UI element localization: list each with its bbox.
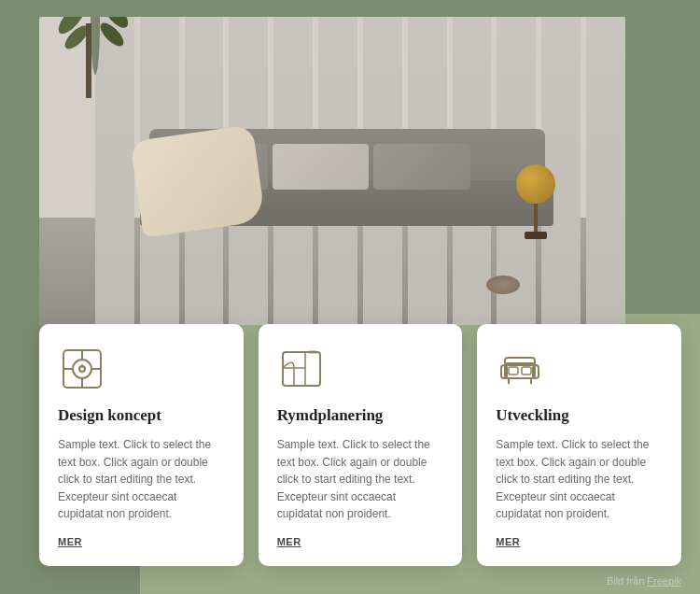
plant-trunk <box>86 23 91 98</box>
card-link[interactable]: MER <box>277 536 444 547</box>
plant-decoration <box>86 23 91 98</box>
card-link[interactable]: MER <box>58 536 225 547</box>
orb-globe <box>516 164 555 204</box>
attribution-text: Bild från <box>607 575 647 587</box>
sofa-cushion <box>273 144 370 190</box>
pouf-body <box>486 276 520 294</box>
design-compass-icon <box>58 345 106 393</box>
svg-point-0 <box>91 17 100 75</box>
card-body-text: Sample text. Click to select the text bo… <box>277 436 444 523</box>
card-title: Utveckling <box>496 406 663 425</box>
card-title: Design koncept <box>58 406 225 425</box>
floor-plan-icon <box>277 345 326 393</box>
attribution: Bild från Freepik <box>607 575 681 587</box>
svg-point-8 <box>73 360 91 378</box>
card-development: Utveckling Sample text. Click to select … <box>477 324 681 566</box>
orb-base <box>525 232 547 239</box>
card-body-text: Sample text. Click to select the text bo… <box>58 436 225 523</box>
attribution-link[interactable]: Freepik <box>647 575 681 587</box>
orb-lamp <box>516 164 555 239</box>
card-space-planning: Rymdplanering Sample text. Click to sele… <box>259 324 463 566</box>
page-wrapper: Design koncept Sample text. Click to sel… <box>0 0 700 594</box>
sofa-icon <box>496 345 544 393</box>
card-design-concept: Design koncept Sample text. Click to sel… <box>39 324 244 566</box>
throw-blanket <box>130 124 265 237</box>
svg-rect-22 <box>522 367 531 375</box>
cards-container: Design koncept Sample text. Click to sel… <box>39 324 681 566</box>
orb-stand <box>534 204 538 232</box>
room-scene <box>39 17 625 325</box>
card-body-text: Sample text. Click to select the text bo… <box>496 436 663 523</box>
svg-rect-21 <box>509 367 518 375</box>
pouf-ottoman <box>486 276 520 294</box>
card-link[interactable]: MER <box>496 536 663 547</box>
sofa-cushion <box>373 144 470 190</box>
svg-rect-14 <box>283 352 320 386</box>
sofa-area <box>127 109 567 239</box>
card-title: Rymdplanering <box>277 406 444 425</box>
wall-panel <box>586 17 625 325</box>
svg-rect-19 <box>309 350 316 354</box>
hero-image <box>39 17 625 325</box>
